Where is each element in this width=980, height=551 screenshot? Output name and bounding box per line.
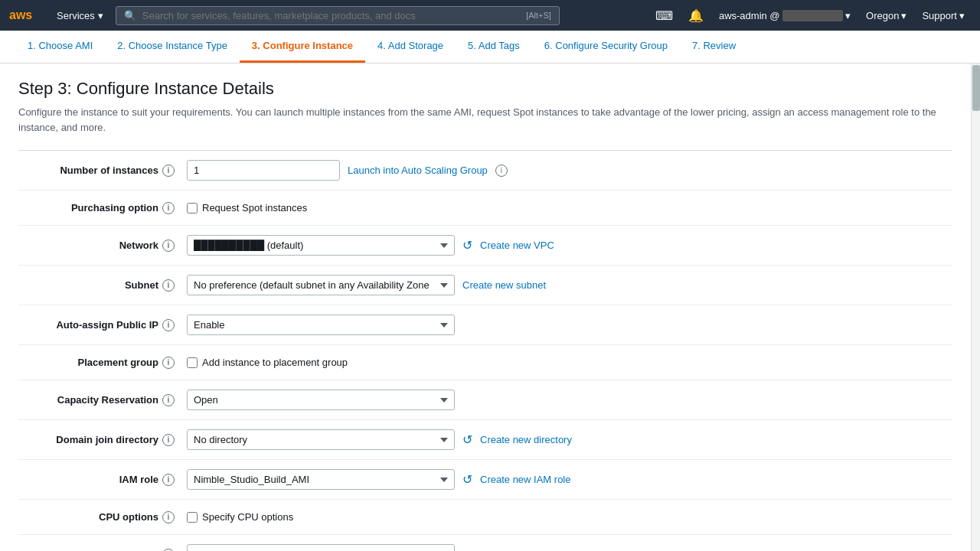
- auto-assign-ip-label: Auto-assign Public IP: [56, 319, 158, 331]
- request-spot-checkbox[interactable]: [187, 203, 198, 214]
- purchasing-option-label: Purchasing option: [71, 202, 158, 214]
- iam-role-info-icon[interactable]: i: [162, 474, 175, 486]
- create-vpc-link[interactable]: Create new VPC: [480, 240, 554, 251]
- shutdown-behavior-select[interactable]: Stop: [187, 544, 455, 551]
- network-row: Network i ██████████ (default) ↺ Create …: [18, 226, 952, 266]
- network-select[interactable]: ██████████ (default): [187, 235, 455, 256]
- auto-assign-ip-select[interactable]: Enable: [187, 315, 455, 335]
- nav-right: ⌨ 🔔 aws-admin @ xxx ▾ Oregon ▾ Support ▾: [649, 5, 971, 26]
- launch-asg-link[interactable]: Launch into Auto Scaling Group: [348, 165, 488, 176]
- cpu-options-checkbox-text: Specify CPU options: [202, 511, 293, 523]
- placement-group-checkbox-label[interactable]: Add instance to placement group: [187, 357, 348, 368]
- shutdown-behavior-info-icon[interactable]: i: [162, 549, 175, 552]
- support-button[interactable]: Support ▾: [916, 7, 971, 24]
- cpu-options-checkbox[interactable]: [187, 512, 198, 523]
- account-chevron-icon: ▾: [845, 10, 851, 21]
- subnet-row: Subnet i No preference (default subnet i…: [18, 266, 952, 305]
- num-instances-input[interactable]: [187, 160, 340, 181]
- num-instances-info-icon[interactable]: i: [162, 165, 175, 177]
- subnet-select[interactable]: No preference (default subnet in any Ava…: [187, 275, 455, 295]
- step-5[interactable]: 5. Add Tags: [456, 31, 532, 63]
- placement-group-checkbox-text: Add instance to placement group: [202, 357, 348, 368]
- step-3[interactable]: 3. Configure Instance: [240, 31, 365, 63]
- aws-logo[interactable]: aws: [9, 7, 38, 24]
- user-label: aws-admin @: [719, 10, 780, 21]
- search-shortcut: [Alt+S]: [526, 11, 551, 20]
- support-label: Support: [922, 10, 957, 21]
- capacity-reservation-label: Capacity Reservation: [57, 394, 158, 406]
- create-iam-role-link[interactable]: Create new IAM role: [480, 474, 571, 485]
- notifications-button[interactable]: 🔔: [682, 5, 710, 26]
- capacity-reservation-select[interactable]: Open: [187, 390, 455, 410]
- bell-icon: 🔔: [688, 8, 704, 23]
- auto-assign-ip-info-icon[interactable]: i: [162, 319, 175, 331]
- step-1[interactable]: 1. Choose AMI: [15, 31, 105, 63]
- domain-join-refresh-icon[interactable]: ↺: [462, 432, 472, 447]
- subnet-info-icon[interactable]: i: [162, 279, 175, 292]
- domain-join-row: Domain join directory i No directory ↺ C…: [18, 420, 952, 460]
- scroll-thumb[interactable]: [972, 65, 980, 111]
- num-instances-label: Number of instances: [60, 165, 158, 176]
- domain-join-select[interactable]: No directory: [187, 429, 455, 450]
- placement-group-label: Placement group: [78, 357, 158, 368]
- request-spot-label: Request Spot instances: [202, 202, 307, 214]
- iam-role-refresh-icon[interactable]: ↺: [462, 472, 472, 487]
- purchasing-option-info-icon[interactable]: i: [162, 202, 175, 214]
- launch-asg-info-icon[interactable]: i: [495, 165, 508, 177]
- page-description: Configure the instance to suit your requ…: [18, 105, 937, 135]
- domain-join-info-icon[interactable]: i: [162, 434, 175, 446]
- create-subnet-link[interactable]: Create new subnet: [462, 279, 546, 291]
- terminal-icon: ⌨: [655, 8, 673, 23]
- region-button[interactable]: Oregon ▾: [860, 7, 913, 24]
- network-label: Network: [119, 240, 158, 251]
- create-directory-link[interactable]: Create new directory: [480, 434, 572, 445]
- iam-role-label: IAM role: [119, 474, 158, 485]
- network-refresh-icon[interactable]: ↺: [462, 238, 472, 253]
- services-button[interactable]: Services ▾: [51, 7, 109, 24]
- region-chevron-icon: ▾: [901, 10, 906, 21]
- user-account-button[interactable]: aws-admin @ xxx ▾: [713, 7, 857, 24]
- step-2[interactable]: 2. Choose Instance Type: [105, 31, 240, 63]
- placement-group-row: Placement group i Add instance to placem…: [18, 345, 952, 380]
- svg-text:aws: aws: [9, 8, 32, 21]
- step-6[interactable]: 6. Configure Security Group: [532, 31, 680, 63]
- network-info-icon[interactable]: i: [162, 240, 175, 252]
- shutdown-behavior-row: Shutdown behavior i Stop: [18, 535, 952, 551]
- iam-role-row: IAM role i Nimble_Studio_Build_AMI ↺ Cre…: [18, 460, 952, 500]
- purchasing-option-row: Purchasing option i Request Spot instanc…: [18, 191, 952, 226]
- form-section: Number of instances i Launch into Auto S…: [18, 150, 952, 551]
- step-7[interactable]: 7. Review: [680, 31, 748, 63]
- step-4[interactable]: 4. Add Storage: [365, 31, 456, 63]
- placement-group-checkbox[interactable]: [187, 357, 198, 368]
- capacity-reservation-info-icon[interactable]: i: [162, 394, 175, 406]
- subnet-label: Subnet: [125, 279, 158, 291]
- search-icon: 🔍: [124, 10, 136, 21]
- capacity-reservation-row: Capacity Reservation i Open: [18, 380, 952, 420]
- step-nav: 1. Choose AMI 2. Choose Instance Type 3.…: [0, 31, 980, 64]
- top-nav: aws Services ▾ 🔍 [Alt+S] ⌨ 🔔 aws-admin @…: [0, 0, 980, 31]
- search-input[interactable]: [142, 10, 520, 21]
- search-bar[interactable]: 🔍 [Alt+S]: [116, 6, 560, 25]
- domain-join-label: Domain join directory: [56, 434, 158, 445]
- cpu-options-label: CPU options: [99, 511, 158, 523]
- chevron-down-icon: ▾: [98, 10, 103, 21]
- cpu-options-checkbox-label[interactable]: Specify CPU options: [187, 511, 293, 523]
- placement-group-info-icon[interactable]: i: [162, 357, 175, 369]
- user-account-masked: xxx: [782, 10, 844, 21]
- auto-assign-ip-row: Auto-assign Public IP i Enable: [18, 305, 952, 345]
- region-label: Oregon: [866, 10, 899, 21]
- terminal-icon-button[interactable]: ⌨: [649, 5, 679, 26]
- num-instances-row: Number of instances i Launch into Auto S…: [18, 151, 952, 191]
- iam-role-select[interactable]: Nimble_Studio_Build_AMI: [187, 469, 455, 490]
- request-spot-checkbox-label[interactable]: Request Spot instances: [187, 202, 307, 214]
- cpu-options-info-icon[interactable]: i: [162, 511, 175, 523]
- cpu-options-row: CPU options i Specify CPU options: [18, 500, 952, 535]
- page-title: Step 3: Configure Instance Details: [18, 79, 952, 99]
- support-chevron-icon: ▾: [959, 10, 965, 21]
- scroll-track: [971, 64, 980, 551]
